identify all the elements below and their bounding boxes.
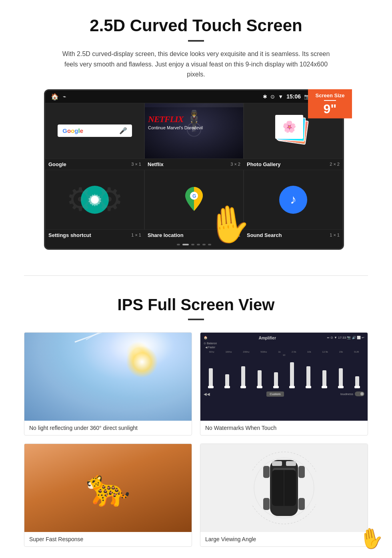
section2-underline bbox=[188, 319, 204, 320]
car-visual bbox=[200, 444, 368, 532]
svg-rect-10 bbox=[263, 466, 270, 478]
sound-search-cell[interactable]: ♪ bbox=[244, 170, 343, 230]
netflix-label: Netflix 3 × 2 bbox=[144, 161, 244, 167]
app-grid-bottom: ⚙⚙ G 🤚 bbox=[45, 170, 343, 230]
settings-app-cell[interactable]: ⚙⚙ bbox=[45, 170, 144, 230]
usb-icon: ⌁ bbox=[63, 93, 66, 100]
eq-freq-labels: 60hz100hz200hz500hz1k2.5k10k12.5k15kSUB bbox=[204, 351, 364, 353]
status-bar: 🏠 ⌁ ✱ ⊙ ▼ 15:06 📷 🔊 ✕ ⬜ bbox=[45, 90, 343, 103]
cheetah-emoji: 🐆 bbox=[86, 467, 130, 509]
eq-bars bbox=[204, 356, 364, 388]
section1-description: With 2.5D curved-display screen, this de… bbox=[56, 49, 336, 80]
eq-bar-5 bbox=[290, 362, 294, 388]
share-location-cell[interactable]: G 🤚 bbox=[144, 170, 244, 230]
screen-size-badge: Screen Size 9" bbox=[308, 89, 352, 118]
section-curved-screen: 2.5D Curved Touch Screen With 2.5D curve… bbox=[0, 0, 392, 259]
badge-divider bbox=[324, 100, 336, 101]
custom-button[interactable]: Custom bbox=[266, 391, 284, 397]
car-image bbox=[200, 444, 368, 532]
settings-app-name: Settings shortcut bbox=[48, 232, 91, 238]
cheetah-image: 🐆 bbox=[24, 444, 192, 532]
car-top-view-svg bbox=[252, 448, 316, 528]
eq-bar-0 bbox=[209, 368, 213, 388]
amp-status-icons: ▪▪ ⊙ ▼ 17:33 📷 🔊 ⬜ ↩ bbox=[327, 336, 364, 340]
svg-text:G: G bbox=[192, 193, 196, 199]
feature-watermark: 🏠 Amplifier ▪▪ ⊙ ▼ 17:33 📷 🔊 ⬜ ↩ ⊙ Balan… bbox=[200, 332, 368, 436]
loudness-toggle: loudness bbox=[340, 391, 364, 396]
section-ips: IPS Full Screen View No light reflecting… bbox=[0, 292, 392, 558]
google-label: Google 3 × 1 bbox=[45, 161, 144, 167]
amp-bottom-controls: ◀◀ Custom loudness bbox=[204, 391, 364, 397]
dot-4 bbox=[197, 244, 200, 245]
android-frame: 🏠 ⌁ ✱ ⊙ ▼ 15:06 📷 🔊 ✕ ⬜ bbox=[44, 89, 344, 250]
sound-icon: ♪ bbox=[279, 186, 307, 214]
dot-5 bbox=[202, 244, 206, 245]
bluetooth-icon: ✱ bbox=[263, 94, 267, 100]
loudness-label: loudness bbox=[340, 392, 353, 396]
music-note-icon: ♪ bbox=[290, 192, 296, 207]
amp-header: 🏠 Amplifier ▪▪ ⊙ ▼ 17:33 📷 🔊 ⬜ ↩ bbox=[204, 336, 364, 340]
wifi-icon: ▼ bbox=[278, 94, 283, 100]
svg-rect-11 bbox=[298, 466, 305, 478]
svg-rect-12 bbox=[263, 498, 270, 510]
home-icon[interactable]: 🏠 bbox=[51, 93, 59, 100]
eq-bar-9 bbox=[355, 376, 359, 388]
location-icon: ⊙ bbox=[270, 94, 275, 100]
viewing-angle-label: Large Viewing Angle bbox=[200, 532, 368, 546]
hand-pointer: 🤚 bbox=[205, 201, 253, 247]
amp-home-icon: 🏠 bbox=[204, 336, 208, 340]
netflix-content: NETFLIX Continue Marvel's Daredevil bbox=[145, 127, 243, 135]
title-underline bbox=[188, 40, 204, 42]
fast-response-label: Super Fast Response bbox=[24, 532, 192, 546]
sound-search-label: Sound Search 1 × 1 bbox=[244, 232, 343, 238]
share-location-app-name: Share location bbox=[148, 232, 184, 238]
badge-size: 9" bbox=[312, 102, 348, 115]
eq-bar-8 bbox=[339, 368, 343, 388]
amp-title: Amplifier bbox=[259, 336, 276, 340]
svg-rect-13 bbox=[298, 498, 305, 510]
dot-3 bbox=[191, 244, 194, 245]
app-labels-bottom: Settings shortcut 1 × 1 Share location 1… bbox=[45, 230, 343, 241]
feature-grid: No light reflecting under 360° direct su… bbox=[24, 332, 368, 547]
status-time: 15:06 bbox=[286, 93, 301, 100]
netflix-grid-size: 3 × 2 bbox=[230, 162, 240, 167]
svg-rect-14 bbox=[272, 461, 282, 466]
app-labels-top: Google 3 × 1 Netflix 3 × 2 Photo Gallery… bbox=[45, 159, 343, 170]
sunlight-image bbox=[24, 333, 192, 421]
feature-fast-response: 🐆 Super Fast Response bbox=[24, 444, 192, 547]
maps-icon: G bbox=[182, 185, 206, 215]
eq-bar-3 bbox=[258, 370, 262, 388]
google-search-bar[interactable]: Google 🎤 bbox=[58, 124, 132, 137]
pagination-dots bbox=[45, 241, 343, 249]
eq-bar-4 bbox=[274, 372, 278, 388]
google-app-cell[interactable]: Google 🎤 bbox=[45, 103, 144, 159]
toggle-pill[interactable] bbox=[355, 391, 364, 396]
eq-bar-1 bbox=[225, 374, 229, 388]
device-wrapper: Screen Size 9" 🏠 ⌁ ✱ ⊙ ▼ 15:06 📷 🔊 ✕ bbox=[44, 89, 348, 250]
netflix-app-cell[interactable]: 🕴 ▶ NETFLIX Continue Marvel's Daredevil bbox=[144, 103, 244, 159]
amp-controls: ⊙ Balance ◀ Fader bbox=[204, 342, 364, 349]
amplifier-image: 🏠 Amplifier ▪▪ ⊙ ▼ 17:33 📷 🔊 ⬜ ↩ ⊙ Balan… bbox=[200, 333, 368, 421]
photo-card-front: 🌸 bbox=[275, 115, 303, 139]
feature-sunlight: No light reflecting under 360° direct su… bbox=[24, 332, 192, 436]
sound-search-grid-size: 1 × 1 bbox=[330, 233, 340, 237]
photo-gallery-label: Photo Gallery 2 × 2 bbox=[244, 161, 343, 167]
photo-gallery-grid-size: 2 × 2 bbox=[330, 162, 340, 167]
sunlight-visual bbox=[24, 333, 192, 421]
sunlight-label: No light reflecting under 360° direct su… bbox=[24, 421, 192, 435]
netflix-logo: NETFLIX bbox=[148, 114, 203, 124]
eq-bar-7 bbox=[322, 370, 326, 388]
dot-1 bbox=[177, 244, 180, 245]
google-logo: Google bbox=[62, 127, 83, 134]
feature-viewing-angle: Large Viewing Angle bbox=[200, 444, 368, 547]
photo-gallery-app-name: Photo Gallery bbox=[247, 161, 281, 167]
settings-label: Settings shortcut 1 × 1 bbox=[45, 232, 144, 238]
app-grid-top: Google 🎤 🕴 ▶ bbox=[45, 103, 343, 159]
photo-stack: 🌸 bbox=[275, 115, 311, 147]
section2-title: IPS Full Screen View bbox=[24, 296, 368, 314]
google-mic-icon[interactable]: 🎤 bbox=[119, 127, 127, 134]
eq-bar-2 bbox=[241, 366, 245, 388]
netflix-app-name: Netflix bbox=[148, 161, 164, 167]
section-divider bbox=[24, 275, 368, 276]
flower-icon: 🌸 bbox=[282, 120, 296, 133]
